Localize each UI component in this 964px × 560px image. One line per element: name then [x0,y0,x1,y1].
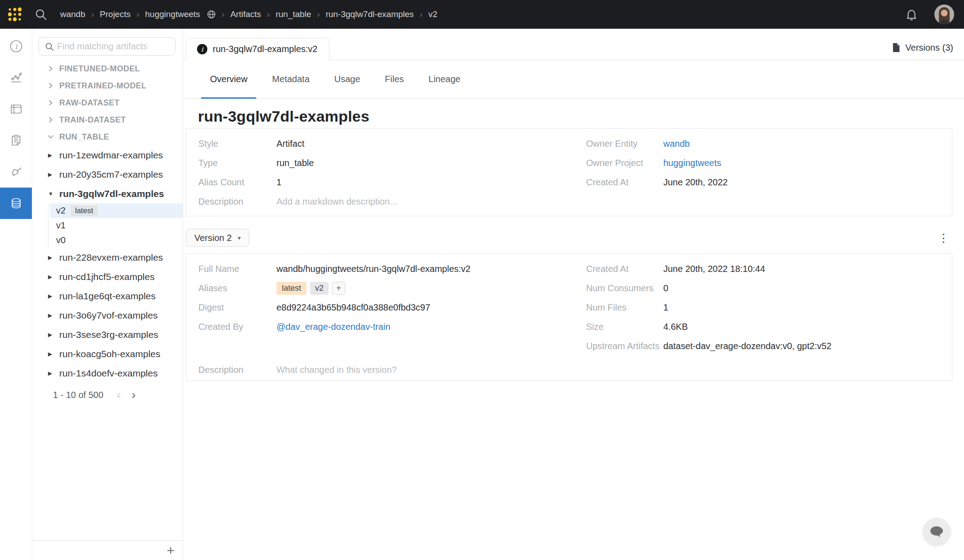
search-input[interactable] [57,41,170,52]
breadcrumb-artifacts[interactable]: Artifacts [230,9,261,19]
version-description-placeholder[interactable]: What changed in this version? [276,365,397,375]
rail-item-overview[interactable]: i [0,31,32,62]
rail-item-artifacts[interactable] [0,188,32,219]
digest-value: e8d9224a3b65b948cf0a388e0fbd3c97 [276,302,430,313]
artifact-summary-panel: Style Artifact Type run_table Alias Coun… [186,128,952,216]
overflow-menu-icon[interactable]: ⋮ [938,232,949,244]
tab-overview[interactable]: Overview [201,60,256,98]
rail-item-reports[interactable] [0,125,32,156]
breadcrumb-projects[interactable]: Projects [100,9,131,19]
tree-run-item[interactable]: ▶ run-3o6y7vof-examples [32,306,183,325]
version-toolbar: Version 2 ▾ ⋮ [186,229,952,247]
page-title: run-3gqlw7dl-examples [198,108,952,125]
run-label: run-koacg5oh-examples [59,349,160,359]
tree-run-item[interactable]: ▶ run-1zewdmar-examples [32,145,183,165]
add-artifact-icon[interactable]: + [167,544,175,557]
navbar-actions [905,4,954,24]
tree-category-pretrained-model[interactable]: PRETRAINED-MODEL [32,77,183,94]
version-item-v0[interactable]: v0 [50,233,183,248]
rail-item-sweeps[interactable] [0,156,32,188]
field-type: Type run_table [198,153,586,173]
tab-usage[interactable]: Usage [325,60,369,98]
category-label: RAW-DATASET [59,98,119,108]
rail-item-table[interactable] [0,93,32,125]
field-size: Size 4.6KB [586,317,952,337]
triangle-right-icon: ▶ [48,332,55,338]
tree-run-item[interactable]: ▶ run-3sese3rg-examples [32,325,183,344]
field-value: run_table [276,158,314,168]
alias-badge-latest[interactable]: latest [276,282,307,295]
tree-category-train-dataset[interactable]: TRAIN-DATASET [32,111,183,128]
version-item-v2[interactable]: v2 latest [50,203,183,218]
breadcrumb-project[interactable]: huggingtweets [145,9,200,19]
tab-metadata[interactable]: Metadata [263,60,318,98]
breadcrumb-version[interactable]: v2 [428,9,437,19]
tree-run-item-selected[interactable]: ▼ run-3gqlw7dl-examples [32,184,183,203]
breadcrumb-artifact-type[interactable]: run_table [276,9,311,19]
field-label: Num Consumers [586,283,663,293]
breadcrumb-entity[interactable]: wandb [60,9,85,19]
pagination-range: 1 - 10 of 500 [53,390,103,400]
chevron-right-icon [48,83,54,89]
field-label: Num Files [586,302,663,313]
tree-run-item[interactable]: ▶ run-cd1jhcf5-examples [32,267,183,286]
rail-item-workspace[interactable] [0,62,32,93]
add-alias-button[interactable]: + [332,282,345,295]
version-item-v1[interactable]: v1 [50,218,183,233]
summary-right-column: Owner Entity wandb Owner Project hugging… [586,134,952,211]
version-select-button[interactable]: Version 2 ▾ [186,229,249,247]
owner-entity-link[interactable]: wandb [663,139,690,149]
tree-run-item[interactable]: ▶ run-la1ge6qt-examples [32,286,183,306]
tree-category-finetuned-model[interactable]: FINETUNED-MODEL [32,60,183,77]
version-left-column: Full Name wandb/huggingtweets/run-3gqlw7… [198,259,586,356]
artifact-tree: FINETUNED-MODEL PRETRAINED-MODEL RAW-DAT… [32,60,183,406]
tree-category-run-table[interactable]: RUN_TABLE [32,128,183,145]
run-label: run-3o6y7vof-examples [59,310,158,321]
tree-run-item[interactable]: ▶ run-228evxem-examples [32,248,183,267]
pagination-prev-icon[interactable]: ‹ [117,388,121,402]
run-label: run-20y35cm7-examples [59,169,163,180]
triangle-right-icon: ▶ [48,254,55,261]
artifact-search-box[interactable] [39,37,175,56]
support-chat-button[interactable] [923,518,951,546]
run-label: run-3sese3rg-examples [59,329,158,340]
info-icon: i [9,39,23,53]
tree-category-raw-dataset[interactable]: RAW-DATASET [32,94,183,111]
triangle-right-icon: ▶ [48,312,55,319]
created-by-link[interactable]: @dav_erage-dozendav-train [276,322,390,332]
field-label: Size [586,322,663,332]
clipboard-icon [9,133,23,148]
field-label: Digest [198,302,276,313]
tab-lineage[interactable]: Lineage [420,60,469,98]
wandb-logo-icon[interactable] [6,6,23,23]
overview-content: run-3gqlw7dl-examples Style Artifact Typ… [183,99,964,560]
pagination-next-icon[interactable]: › [131,388,136,402]
field-label: Owner Entity [586,139,663,149]
artifact-browser-sidebar: FINETUNED-MODEL PRETRAINED-MODEL RAW-DAT… [32,29,183,560]
version-label: v2 [56,206,66,216]
field-value: June 20th, 2022 [663,177,727,188]
tree-run-item[interactable]: ▶ run-20y35cm7-examples [32,165,183,184]
description-placeholder[interactable]: Add a markdown description... [276,197,397,207]
owner-project-link[interactable]: huggingtweets [663,158,721,168]
search-icon[interactable] [34,8,48,21]
breadcrumb-separator: › [91,9,94,19]
alias-badges: latest v2 + [276,282,345,295]
tab-files[interactable]: Files [376,60,413,98]
versions-button[interactable]: Versions (3) [892,39,953,57]
breadcrumb-artifact-name[interactable]: run-3gqlw7dl-examples [326,9,414,19]
category-label: PRETRAINED-MODEL [59,81,146,91]
tab-label: Lineage [429,74,460,84]
user-avatar[interactable] [934,4,954,24]
field-created-by: Created By @dav_erage-dozendav-train [198,317,586,337]
alias-badge-v2[interactable]: v2 [310,282,329,295]
latest-badge: latest [71,206,97,216]
artifact-version-tab[interactable]: i run-3gqlw7dl-examples:v2 [186,38,329,61]
field-num-consumers: Num Consumers 0 [586,279,952,298]
version-label: v0 [56,235,66,245]
chevron-right-icon [48,117,54,123]
artifact-detail-panel: i run-3gqlw7dl-examples:v2 Versions (3) … [183,29,964,560]
tree-run-item[interactable]: ▶ run-1s4doefv-examples [32,363,183,383]
tree-run-item[interactable]: ▶ run-koacg5oh-examples [32,344,183,363]
notifications-bell-icon[interactable] [905,8,918,21]
